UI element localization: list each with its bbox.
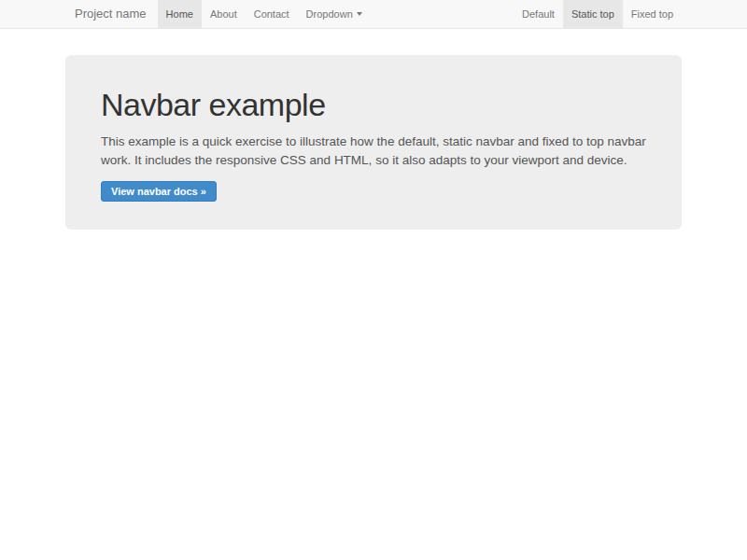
- nav-item-home-label: Home: [166, 0, 193, 28]
- nav-item-dropdown[interactable]: Dropdown: [298, 0, 371, 28]
- nav-item-static-top-label: Static top: [571, 0, 614, 28]
- navbar-left-nav: Home About Contact Dropdown: [158, 0, 371, 28]
- jumbotron: Navbar example This example is a quick e…: [65, 55, 682, 230]
- nav-item-fixed-top-label: Fixed top: [631, 0, 673, 28]
- nav-item-dropdown-label: Dropdown: [306, 0, 353, 28]
- nav-item-about[interactable]: About: [202, 0, 246, 28]
- nav-item-contact-label: Contact: [254, 0, 289, 28]
- nav-item-contact[interactable]: Contact: [246, 0, 298, 28]
- navbar-brand[interactable]: Project name: [65, 0, 156, 28]
- nav-item-default-label: Default: [522, 0, 555, 28]
- view-navbar-docs-button[interactable]: View navbar docs »: [101, 181, 217, 202]
- navbar-right-nav: Default Static top Fixed top: [514, 0, 682, 28]
- nav-item-fixed-top[interactable]: Fixed top: [623, 0, 682, 28]
- nav-item-default[interactable]: Default: [514, 0, 563, 28]
- main-container: Navbar example This example is a quick e…: [65, 55, 682, 230]
- caret-down-icon: [357, 12, 362, 16]
- nav-item-home[interactable]: Home: [158, 0, 202, 28]
- page-title: Navbar example: [101, 87, 646, 123]
- navbar: Project name Home About Contact Dropdown…: [0, 0, 747, 29]
- nav-item-static-top[interactable]: Static top: [563, 0, 623, 28]
- navbar-container: Project name Home About Contact Dropdown…: [65, 0, 682, 28]
- nav-item-about-label: About: [210, 0, 237, 28]
- page-description: This example is a quick exercise to illu…: [101, 133, 646, 169]
